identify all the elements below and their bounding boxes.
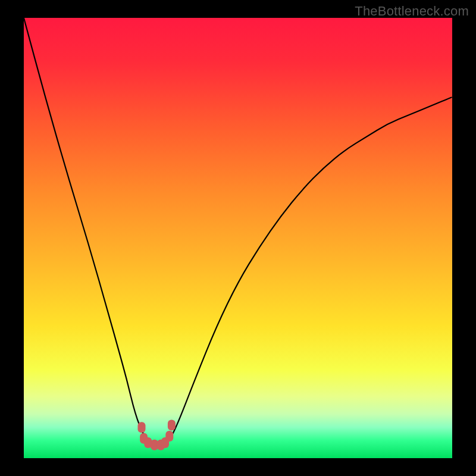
data-marker — [138, 422, 146, 433]
chart-container: TheBottleneck.com — [0, 0, 476, 476]
data-marker — [165, 431, 173, 441]
plot-area — [24, 18, 452, 458]
watermark-text: TheBottleneck.com — [355, 4, 469, 19]
chart-svg — [24, 18, 452, 458]
data-marker — [168, 420, 176, 431]
gradient-background — [24, 18, 452, 458]
